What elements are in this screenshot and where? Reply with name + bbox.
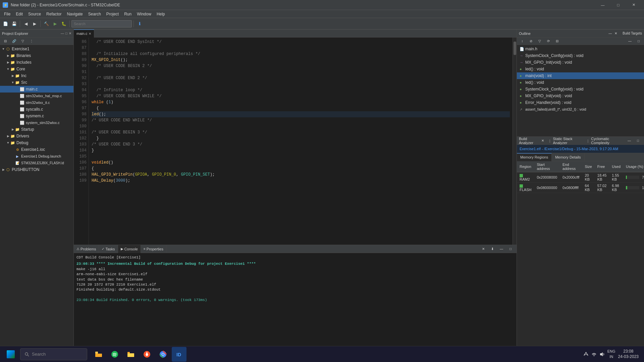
- outline-minimize-icon[interactable]: —: [608, 32, 612, 35]
- taskbar-app-explorer[interactable]: [91, 347, 106, 362]
- menu-file[interactable]: File: [1, 11, 13, 17]
- pe-menu-button[interactable]: ⋮: [28, 37, 36, 45]
- outline-item-main-fn[interactable]: ● main(void) : int: [517, 72, 644, 79]
- tab-main-c[interactable]: main.c ✕: [74, 29, 94, 38]
- main-layout: Project Explorer — □ ✕ ⊟ 🔗 ▽ ⋮ ▼ ⬡ Exerc…: [0, 29, 644, 352]
- back-button[interactable]: ◀: [22, 20, 30, 28]
- tree-item-main-c[interactable]: ⬜ main.c: [0, 86, 73, 93]
- outline-collapse-button[interactable]: ⊟: [553, 37, 561, 45]
- outline-item-error-handler[interactable]: ● Error_Handler(void) : void: [517, 99, 644, 106]
- outline-item-sysclock-2[interactable]: ● SystemClock_Config(void) : void: [517, 86, 644, 93]
- menu-search[interactable]: Search: [86, 11, 104, 17]
- menu-refactor[interactable]: Refactor: [44, 11, 64, 17]
- tree-item-syscalls[interactable]: ⬜ syscalls.c: [0, 106, 73, 113]
- pe-minimize-icon[interactable]: —: [61, 32, 64, 35]
- taskbar-app-cubeide[interactable]: ID: [172, 347, 186, 362]
- tree-item-includes[interactable]: ▶ 📁 Includes: [0, 59, 73, 66]
- outline-sync-button[interactable]: ⟳: [544, 37, 552, 45]
- ba-tab-memory-details[interactable]: Memory Details: [552, 153, 584, 161]
- close-button[interactable]: ✕: [626, 0, 641, 10]
- menu-source[interactable]: Source: [25, 11, 44, 17]
- ba-cyclomatic-tab[interactable]: Cyclomatic Complexity: [591, 137, 623, 145]
- tree-item-src[interactable]: ▼ 📁 Src: [0, 79, 73, 86]
- outline-close-icon[interactable]: ✕: [614, 32, 617, 35]
- outline-min-button[interactable]: —: [626, 37, 634, 45]
- ba-min-button[interactable]: —: [625, 137, 633, 145]
- console-content[interactable]: CDT Build Console [Exercise1] 23:08:33 *…: [74, 253, 517, 348]
- tree-item-drivers[interactable]: ▶ 📁 Drivers: [0, 133, 73, 139]
- outline-item-led-2[interactable]: ● led() : void: [517, 79, 644, 86]
- tree-item-exercise1[interactable]: ▼ ⬡ Exercise1: [0, 46, 73, 52]
- code-area[interactable]: /* USER CODE END SysInit */ /* Initializ…: [89, 38, 513, 245]
- taskbar-app-folder[interactable]: [123, 347, 138, 362]
- console-tab-properties[interactable]: ≡ Properties: [141, 245, 166, 253]
- outline-hide-button[interactable]: ⊘: [527, 37, 535, 45]
- console-scroll-button[interactable]: ⬇: [488, 245, 496, 253]
- outline-item-assert-failed[interactable]: ↗ assert_failed(uint8_t*, uint32_t) : vo…: [517, 106, 644, 113]
- outline-item-led-1[interactable]: ● led() : void: [517, 66, 644, 72]
- tree-item-exercise1-ioc[interactable]: ⚙ Exercise1.ioc: [0, 146, 73, 153]
- console-maximize-button[interactable]: □: [506, 245, 515, 253]
- taskbar-app-brave[interactable]: [140, 347, 154, 362]
- outline-item-main-h[interactable]: 📄 main.h: [517, 46, 644, 52]
- console-clear-button[interactable]: ✕: [479, 245, 487, 253]
- taskbar-search-label: Search: [32, 352, 46, 357]
- language-indicator: ENG IN: [607, 349, 615, 359]
- menu-run[interactable]: Run: [121, 11, 134, 17]
- debug-button[interactable]: 🐛: [60, 20, 68, 28]
- menu-navigate[interactable]: Navigate: [64, 11, 85, 17]
- build-button[interactable]: 🔨: [42, 20, 50, 28]
- tree-item-debug[interactable]: ▼ 📁 Debug: [0, 139, 73, 146]
- pe-filter-button[interactable]: ▽: [19, 37, 27, 45]
- taskbar-start-button[interactable]: [3, 346, 19, 362]
- taskbar-search-box[interactable]: Search: [20, 348, 87, 360]
- console-tab-console[interactable]: ▶ Console: [118, 245, 141, 253]
- console-minimize-button[interactable]: —: [497, 245, 505, 253]
- new-button[interactable]: 📄: [1, 20, 9, 28]
- outline-item-mx-gpio-1[interactable]: → MX_GPIO_Init(void) : void: [517, 59, 644, 66]
- minimize-button[interactable]: ―: [595, 0, 610, 10]
- tree-item-system-stm32[interactable]: ⬜ system_stm32wlxx.c: [0, 119, 73, 126]
- ba-close-icon[interactable]: ✕: [541, 139, 544, 142]
- tree-item-pushbutton[interactable]: ▶ ⬡ PUSHBUTTON: [0, 166, 73, 173]
- outline-sort-button[interactable]: ↕: [518, 37, 526, 45]
- outline-item-sysclock[interactable]: → SystemClock_Config(void) : void: [517, 52, 644, 59]
- chrome-icon: [159, 350, 167, 358]
- tab-main-c-close[interactable]: ✕: [89, 32, 91, 36]
- pe-link-button[interactable]: 🔗: [10, 37, 18, 45]
- forward-button[interactable]: ▶: [31, 20, 39, 28]
- console-tab-tasks[interactable]: ✓ Tasks: [99, 245, 118, 253]
- pe-collapse-button[interactable]: ⊟: [1, 37, 9, 45]
- build-targets-title[interactable]: Build Targets: [623, 32, 642, 35]
- console-tab-problems[interactable]: ⚠ Problems: [74, 245, 99, 253]
- menu-window[interactable]: Window: [134, 11, 154, 17]
- run-button[interactable]: ▶: [51, 20, 59, 28]
- pe-maximize-icon[interactable]: □: [65, 32, 67, 35]
- tree-item-binaries[interactable]: ▶ 📁 Binaries: [0, 52, 73, 59]
- save-button[interactable]: 💾: [10, 20, 18, 28]
- menu-help[interactable]: Help: [154, 11, 168, 17]
- tree-item-exercise1-launch[interactable]: ▶ Exercise1 Debug.launch: [0, 153, 73, 160]
- menu-project[interactable]: Project: [104, 11, 121, 17]
- ba-tab-memory-regions[interactable]: Memory Regions: [517, 153, 552, 161]
- pe-close-icon[interactable]: ✕: [69, 32, 71, 35]
- maximize-button[interactable]: □: [610, 0, 626, 10]
- editor-scrollbar[interactable]: [513, 38, 517, 245]
- tree-item-stm32-it[interactable]: ⬜ stm32wlxx_it.c: [0, 99, 73, 106]
- outline-filter-button[interactable]: ▽: [536, 37, 544, 45]
- tree-item-stm32-hal-msp[interactable]: ⬜ stm32wlxx_hal_msp.c: [0, 93, 73, 99]
- tree-item-sysmem[interactable]: ⬜ sysmem.c: [0, 113, 73, 119]
- outline-max-button[interactable]: □: [635, 37, 643, 45]
- ba-max-button[interactable]: □: [634, 137, 642, 145]
- tree-item-startup[interactable]: ▶ 📁 Startup: [0, 126, 73, 133]
- outline-item-mx-gpio-2[interactable]: ● MX_GPIO_Init(void) : void: [517, 93, 644, 99]
- tree-item-core[interactable]: ▼ 📁 Core: [0, 66, 73, 72]
- ba-static-stack-tab[interactable]: Static Stack Analyzer: [553, 137, 582, 145]
- taskbar-app-chrome[interactable]: [156, 347, 170, 362]
- taskbar-app-spotify[interactable]: [107, 347, 122, 362]
- tree-item-flash-ld[interactable]: 📝 STM32WLE5J8IX_FLASH.ld: [0, 160, 73, 166]
- toolbar-search-input[interactable]: [71, 20, 132, 27]
- tree-item-inc[interactable]: ▶ 📁 Inc: [0, 72, 73, 79]
- info-button[interactable]: ℹ: [136, 20, 144, 28]
- menu-edit[interactable]: Edit: [13, 11, 25, 17]
